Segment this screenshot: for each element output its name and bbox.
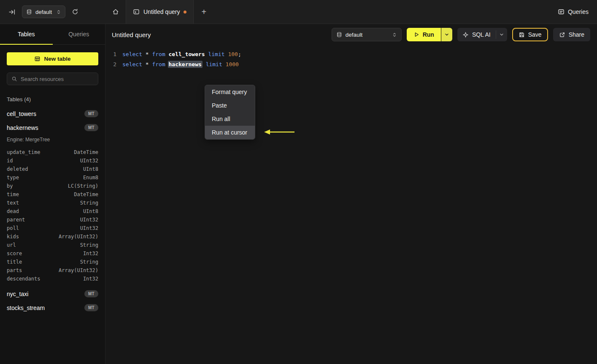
sql-ai-dropdown-button[interactable] [496,28,507,41]
sidebar-tab-tables[interactable]: Tables [0,24,53,44]
home-tab[interactable] [105,0,126,24]
context-menu-item-paste[interactable]: Paste [205,99,255,112]
sql-keyword: select [122,61,142,67]
new-table-button[interactable]: New table [7,52,98,65]
table-name: hackernews [7,124,38,131]
annotation-arrow-icon [263,128,295,136]
refresh-icon[interactable] [72,8,78,15]
sql-ai-label: SQL AI [472,31,491,38]
queries-button[interactable]: Queries [558,8,589,15]
context-menu-item-format-query[interactable]: Format query [205,85,255,99]
sparkle-icon [462,32,469,38]
column-row: pollUInt32 [7,224,98,232]
home-icon [112,8,119,15]
column-row: update_timeDateTime [7,148,98,156]
column-row: scoreInt32 [7,249,98,258]
tab-untitled-query[interactable]: Untitled query [126,0,194,24]
table-name: stocks_stream [7,305,45,311]
save-label: Save [528,31,542,38]
database-selector[interactable]: default [22,5,65,18]
save-button[interactable]: Save [512,28,548,41]
column-row: deletedUInt8 [7,165,98,173]
play-icon [413,32,419,38]
search-icon [11,76,17,82]
table-name: cell_towers [7,111,36,117]
sql-keyword: from [152,51,165,57]
column-row: kidsArray(UInt32) [7,232,98,241]
query-icon [133,8,140,15]
sql-ai-button-group: SQL AI [457,28,507,41]
context-menu-item-run-at-cursor[interactable]: Run at cursor [205,126,255,139]
sql-keyword: select [122,51,142,57]
column-row: parentUInt32 [7,216,98,224]
column-row: partsArray(UInt32) [7,266,98,275]
sidebar-tab-queries[interactable]: Queries [53,24,105,44]
unsaved-dot [184,11,186,13]
table-row-stocks-stream[interactable]: stocks_stream MT [7,301,98,315]
sql-editor[interactable]: 1 select * from cell_towers limit 100 ; … [105,45,597,69]
chevron-down-icon [499,32,504,37]
sql-keyword: from [152,61,165,67]
engine-badge: MT [84,124,98,131]
updown-chevron-icon [56,9,61,15]
sidebar: Tables Queries New table Tables (4) cell… [0,24,105,364]
updown-chevron-icon [392,32,397,38]
topbar: default Untitled query + Queries [0,0,597,24]
engine-badge: MT [84,110,98,117]
line-number: 2 [111,61,116,67]
run-button[interactable]: Run [407,28,441,41]
sql-ai-button[interactable]: SQL AI [457,28,496,41]
column-row: typeEnum8 [7,173,98,182]
tab-label: Untitled query [143,8,180,15]
share-label: Share [569,31,584,38]
column-row: deadUInt8 [7,207,98,216]
tables-section-header: Tables (4) [7,96,98,102]
database-icon [336,32,342,38]
search-input[interactable] [21,76,95,82]
new-table-label: New table [44,56,70,62]
table-row-nyc-taxi[interactable]: nyc_taxi MT [7,287,98,301]
line-number: 1 [111,51,116,57]
sidebar-tabs: Tables Queries [0,24,105,45]
sql-operator: * [146,51,149,57]
column-list: update_timeDateTime idUInt32 deletedUInt… [7,148,98,283]
share-icon [559,32,565,38]
column-row: urlString [7,241,98,249]
context-menu-item-run-all[interactable]: Run all [205,112,255,126]
main-database-selector[interactable]: default [332,28,402,41]
table-row-cell-towers[interactable]: cell_towers MT [7,107,98,121]
sql-keyword: limit [208,51,224,57]
sql-operator: * [146,61,149,67]
main-database-value: default [346,32,363,38]
sql-table-name-selected: hackernews [168,61,203,68]
sql-number: 100 [228,51,238,57]
run-dropdown-button[interactable] [441,28,452,41]
share-button[interactable]: Share [553,28,590,41]
table-row-hackernews[interactable]: hackernews MT [7,121,98,135]
main-area: Untitled query default Run [105,24,597,364]
sql-table-name: cell_towers [169,51,205,57]
column-row: idUInt32 [7,156,98,165]
code-line-2[interactable]: 2 select * from hackernews limit 1000 [105,59,597,69]
search-box [7,73,98,85]
topbar-left: default [0,0,105,24]
run-label: Run [423,31,434,38]
code-line-1[interactable]: 1 select * from cell_towers limit 100 ; [105,49,597,59]
context-menu: Format query Paste Run all Run at cursor [205,85,255,140]
new-tab-button[interactable]: + [194,0,214,24]
sql-punctuation: ; [238,51,241,57]
collapse-sidebar-icon[interactable] [8,8,16,16]
main-header: Untitled query default Run [105,24,597,45]
column-row: timeDateTime [7,190,98,199]
sql-keyword: limit [206,61,222,67]
topbar-right: Queries [558,0,597,24]
column-row: byLC(String) [7,182,98,190]
header-controls: default Run [332,28,590,41]
queries-icon [558,8,565,15]
query-title: Untitled query [112,31,151,38]
column-row: titleString [7,258,98,266]
chevron-down-icon [444,32,449,37]
column-row: textString [7,199,98,207]
queries-button-label: Queries [568,8,589,15]
run-button-group: Run [407,28,452,41]
